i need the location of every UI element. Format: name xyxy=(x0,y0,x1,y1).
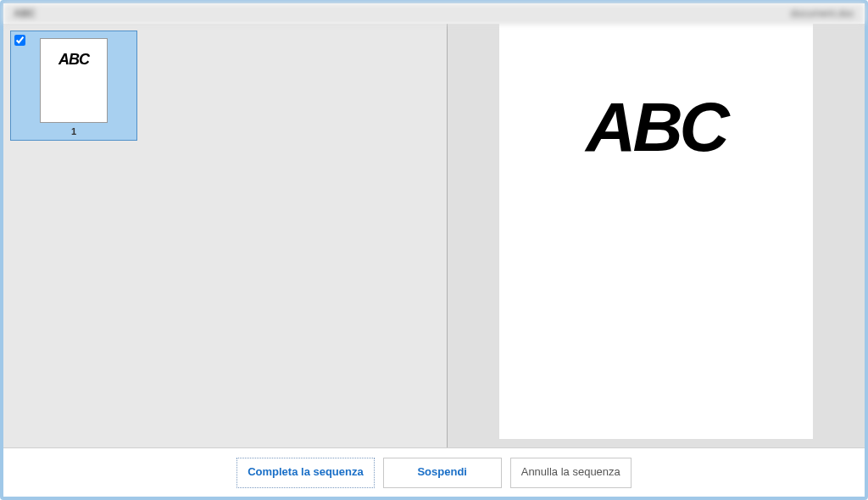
thumbnail-page-preview: ABC xyxy=(40,38,108,123)
preview-panel: ABC xyxy=(448,24,865,447)
thumbnail-panel: ABC 1 xyxy=(3,24,448,447)
app-window: ABC document.doc ABC 1 ABC Completa la s… xyxy=(0,0,868,500)
suspend-button[interactable]: Sospendi xyxy=(383,458,502,488)
thumbnail-checkbox[interactable] xyxy=(14,35,25,46)
thumbnail-page-number: 1 xyxy=(71,126,76,136)
preview-page-content: ABC xyxy=(586,87,726,167)
cancel-button[interactable]: Annulla la sequenza xyxy=(510,458,632,488)
header-left-text: ABC xyxy=(14,8,36,19)
header-bar: ABC document.doc xyxy=(3,3,865,24)
thumbnail-item[interactable]: ABC 1 xyxy=(10,31,137,141)
main-content: ABC 1 ABC xyxy=(3,24,865,447)
header-right-text: document.doc xyxy=(791,8,854,19)
button-bar: Completa la sequenza Sospendi Annulla la… xyxy=(3,447,865,497)
complete-button[interactable]: Completa la sequenza xyxy=(236,458,375,488)
preview-page: ABC xyxy=(499,24,813,439)
thumbnail-page-content: ABC xyxy=(58,51,89,69)
